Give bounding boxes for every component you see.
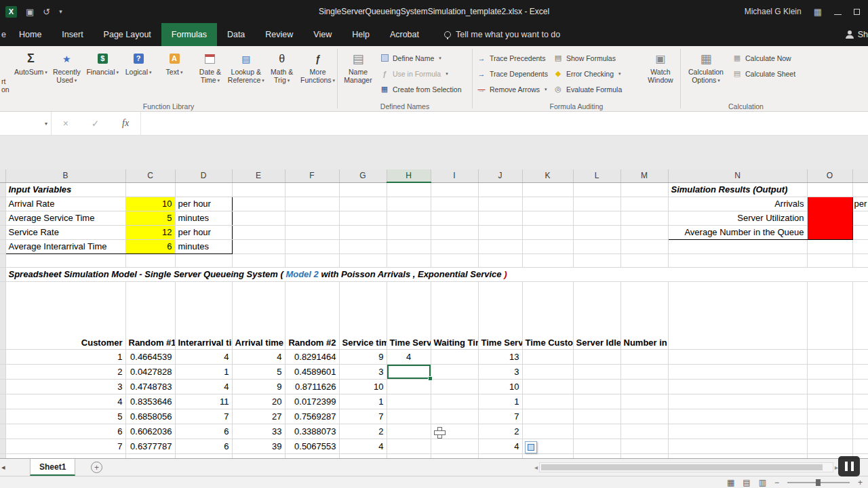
column-header-L[interactable]: L	[573, 169, 620, 182]
cell[interactable]	[807, 424, 852, 439]
cell[interactable]: 0.8353646	[125, 394, 175, 409]
cell[interactable]	[431, 364, 478, 379]
cell[interactable]: 4	[175, 379, 232, 394]
qat-customize-icon[interactable]: ▾	[59, 9, 62, 15]
cell[interactable]	[387, 424, 431, 439]
row-header[interactable]	[0, 379, 5, 394]
show-formulas-button[interactable]: ▤Show Formulas	[551, 50, 625, 66]
cell[interactable]: 0.7569287	[285, 409, 339, 424]
cell[interactable]	[852, 424, 868, 439]
column-title[interactable]: Waiting Time in Queue (minutes)	[431, 281, 478, 349]
cell[interactable]	[339, 182, 387, 197]
cell[interactable]	[522, 253, 573, 267]
column-header-B[interactable]: B	[5, 169, 125, 182]
cell[interactable]	[339, 197, 387, 211]
tell-me-box[interactable]: Tell me what you want to do	[444, 23, 560, 46]
input-label[interactable]: Arrival Rate	[5, 197, 125, 211]
cell[interactable]: 4	[387, 349, 431, 364]
cell[interactable]	[668, 424, 807, 439]
cell[interactable]	[573, 364, 620, 379]
cell[interactable]	[573, 453, 620, 458]
cell[interactable]: 1	[175, 364, 232, 379]
input-variables-title[interactable]: Input Variables	[5, 182, 125, 197]
trace-dependents-button[interactable]: →Trace Dependents	[474, 66, 551, 81]
cell[interactable]	[431, 424, 478, 439]
cell[interactable]	[620, 225, 668, 239]
cell[interactable]	[431, 409, 478, 424]
input-value[interactable]: 5	[125, 211, 175, 225]
column-title[interactable]: Interarrival time (minutes)	[175, 281, 232, 349]
cell[interactable]: 6	[5, 424, 125, 439]
cell[interactable]	[807, 439, 852, 453]
cell[interactable]: 2	[5, 364, 125, 379]
cell[interactable]: 0.6858056	[125, 409, 175, 424]
cell[interactable]	[522, 394, 573, 409]
cell[interactable]: 0.6377787	[125, 439, 175, 453]
name-box[interactable]: ▾	[0, 112, 52, 135]
cell[interactable]: 0.0172399	[285, 394, 339, 409]
cell[interactable]	[852, 409, 868, 424]
cell[interactable]	[522, 239, 573, 253]
share-button[interactable]: Sh	[846, 23, 868, 46]
cell[interactable]	[431, 211, 478, 225]
cell[interactable]	[431, 379, 478, 394]
cell[interactable]	[232, 239, 285, 253]
column-header-O[interactable]: O	[807, 169, 852, 182]
column-header-M[interactable]: M	[620, 169, 668, 182]
sheet-nav-arrow-icon[interactable]: ◂	[1, 463, 5, 472]
autosum-button[interactable]: Σ AutoSum▾	[13, 47, 49, 77]
cell[interactable]	[387, 225, 431, 239]
cell[interactable]	[668, 409, 807, 424]
tab-insert[interactable]: Insert	[52, 23, 93, 46]
row-header[interactable]	[0, 364, 5, 379]
tab-help[interactable]: Help	[342, 23, 380, 46]
cell[interactable]: 9	[232, 379, 285, 394]
tab-view[interactable]: View	[303, 23, 342, 46]
cell[interactable]	[620, 453, 668, 458]
tab-page-layout[interactable]: Page Layout	[94, 23, 161, 46]
cell[interactable]	[478, 182, 522, 197]
cell[interactable]	[478, 197, 522, 211]
cell[interactable]	[175, 253, 232, 267]
cell[interactable]	[807, 394, 852, 409]
input-label[interactable]: Average Service Time	[5, 211, 125, 225]
cell[interactable]	[431, 225, 478, 239]
cell[interactable]	[807, 409, 852, 424]
column-header-I[interactable]: I	[431, 169, 478, 182]
cell[interactable]	[522, 197, 573, 211]
row-header[interactable]	[0, 424, 5, 439]
result-label[interactable]: Server Utilization	[668, 211, 807, 225]
cell[interactable]: 4	[175, 349, 232, 364]
cell[interactable]	[478, 253, 522, 267]
enter-icon[interactable]: ✓	[92, 118, 100, 129]
cell[interactable]: 2	[478, 424, 522, 439]
minimize-button[interactable]	[834, 14, 842, 15]
cell[interactable]: 7	[5, 439, 125, 453]
cell[interactable]	[522, 182, 573, 197]
cell[interactable]: 10	[478, 379, 522, 394]
input-unit[interactable]: per hour	[175, 225, 232, 239]
maximize-button[interactable]	[854, 9, 860, 15]
cell[interactable]	[620, 424, 668, 439]
name-box-dropdown-icon[interactable]: ▾	[45, 121, 47, 127]
cell[interactable]	[852, 182, 868, 197]
cell[interactable]	[431, 253, 478, 267]
cell[interactable]: 4	[5, 394, 125, 409]
cell[interactable]: 0.7735915	[285, 453, 339, 458]
name-manager-button[interactable]: ▤ Name Manager	[339, 47, 377, 84]
cell[interactable]: 0.6062036	[125, 424, 175, 439]
cell[interactable]	[620, 182, 668, 197]
cancel-icon[interactable]: ×	[63, 118, 68, 129]
cell[interactable]	[285, 211, 339, 225]
column-title[interactable]: Customer	[5, 281, 125, 349]
cell[interactable]	[620, 211, 668, 225]
save-icon[interactable]: ▣	[26, 7, 34, 16]
excel-logo-icon[interactable]: X	[5, 6, 17, 18]
cell[interactable]	[668, 453, 807, 458]
cell[interactable]	[125, 182, 175, 197]
cell[interactable]: 7	[478, 409, 522, 424]
cell[interactable]	[620, 349, 668, 364]
cell[interactable]: 0.3388073	[285, 424, 339, 439]
cell[interactable]	[431, 239, 478, 253]
text-button[interactable]: A Text▾	[157, 47, 193, 77]
